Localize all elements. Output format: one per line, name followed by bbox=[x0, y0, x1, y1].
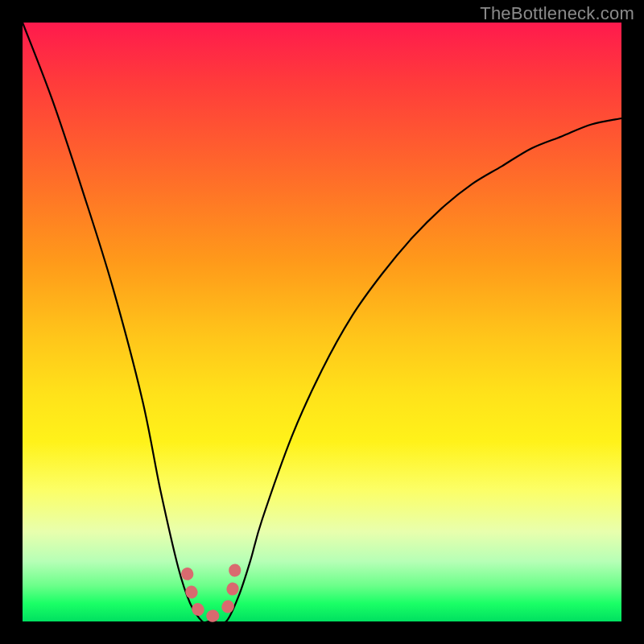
chart-svg bbox=[23, 23, 621, 621]
chart-frame: TheBottleneck.com bbox=[0, 0, 644, 644]
watermark-text: TheBottleneck.com bbox=[480, 3, 634, 24]
no-bottleneck-zone-line bbox=[188, 568, 236, 617]
bottleneck-curve-line bbox=[23, 23, 621, 623]
chart-plot-area bbox=[23, 23, 621, 621]
